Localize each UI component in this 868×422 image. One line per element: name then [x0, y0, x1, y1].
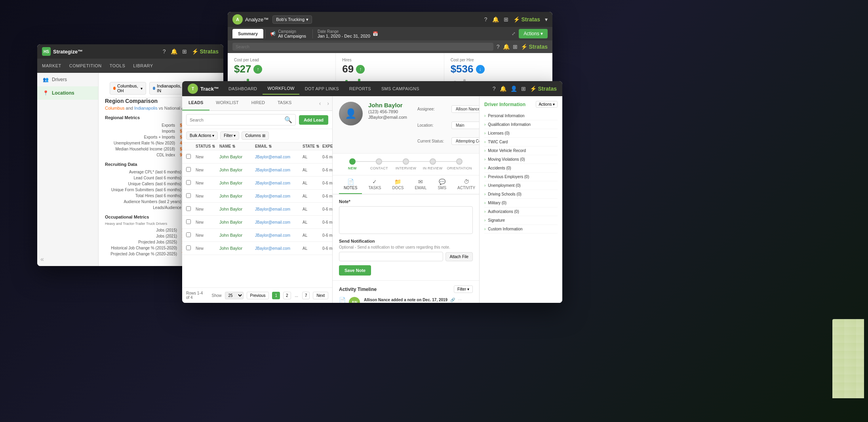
activity-more-icon[interactable]: ⋯: [458, 298, 462, 302]
company-selector[interactable]: Bob's Trucking ▾: [272, 15, 312, 24]
step-orientation[interactable]: ORIENTATION: [446, 158, 473, 170]
list-item[interactable]: New John Baylor JBaylor@email.com AL 0-6…: [182, 177, 332, 190]
attach-file-button[interactable]: Attach File: [445, 252, 473, 261]
row-name[interactable]: John Baylor: [219, 207, 255, 211]
note-textarea[interactable]: [339, 206, 473, 234]
save-note-button[interactable]: Save Note: [339, 265, 371, 276]
list-item[interactable]: New John Baylor JBaylor@email.com AL 0-6…: [182, 163, 332, 177]
nav-market[interactable]: MARKET: [42, 63, 61, 68]
nav-prev-icon[interactable]: ‹: [316, 96, 324, 110]
row-name[interactable]: John Baylor: [219, 167, 255, 172]
driver-info-item[interactable]: › Custom Information: [484, 225, 558, 234]
tab-tasks[interactable]: TASKS: [271, 96, 298, 110]
list-item[interactable]: New John Baylor JBaylor@email.com AL 0-6…: [182, 242, 332, 255]
expand-icon-analyze[interactable]: ⤢: [512, 31, 516, 36]
driver-info-item[interactable]: › Driving Schools (0): [484, 190, 558, 199]
nav-tools[interactable]: TOOLS: [110, 63, 126, 68]
driver-info-item[interactable]: › TWIC Card: [484, 138, 558, 146]
step-interview[interactable]: INTERVIEW: [392, 158, 419, 170]
help-icon[interactable]: ?: [163, 48, 166, 55]
row-checkbox[interactable]: [186, 179, 196, 186]
driver-info-actions-button[interactable]: Actions ▾: [536, 101, 558, 108]
bulk-actions-button[interactable]: Bulk Actions ▾: [186, 131, 218, 140]
activity-link-icon[interactable]: 🔗: [450, 298, 455, 302]
tab-leads[interactable]: LEADS: [182, 96, 209, 110]
row-checkbox[interactable]: [186, 205, 196, 213]
tab-sms[interactable]: 💬 SMS: [433, 175, 451, 194]
row-checkbox[interactable]: [186, 232, 196, 239]
next-page-button[interactable]: Next: [313, 292, 328, 299]
row-checkbox[interactable]: [186, 192, 196, 200]
step-new[interactable]: NEW: [339, 158, 366, 170]
tab-notes[interactable]: 📄 NOTES: [339, 175, 362, 194]
notif-input[interactable]: [339, 252, 443, 261]
step-in review[interactable]: IN REVIEW: [419, 158, 446, 170]
row-checkbox[interactable]: [186, 166, 196, 173]
row-name[interactable]: John Baylor: [219, 181, 255, 185]
help-icon-analyze[interactable]: ?: [484, 16, 487, 23]
nav-next-icon[interactable]: ›: [324, 96, 332, 110]
tab-activity[interactable]: ⏱ ACTIVITY: [453, 175, 479, 194]
summary-tab[interactable]: Summary: [232, 29, 263, 38]
list-item[interactable]: New John Baylor JBaylor@email.com AL 0-6…: [182, 229, 332, 242]
chevron-down-analyze[interactable]: ▾: [545, 16, 548, 23]
col-email[interactable]: EMAIL ⇅: [255, 144, 303, 148]
page-2[interactable]: 2: [283, 292, 291, 299]
nav-sms[interactable]: SMS CAMPAIGNS: [377, 83, 424, 94]
driver-info-item[interactable]: › Unemployment (0): [484, 181, 558, 190]
notification-icon-analyze[interactable]: 🔔: [492, 16, 499, 23]
status-select[interactable]: Attempting Contact: [451, 137, 479, 145]
row-checkbox[interactable]: [186, 245, 196, 252]
row-checkbox[interactable]: [186, 153, 196, 160]
driver-info-item[interactable]: › Accidents (0): [484, 164, 558, 173]
row-checkbox[interactable]: [186, 219, 196, 226]
assignee-select[interactable]: Allison Nance: [451, 105, 479, 113]
col-state[interactable]: STATE ⇅: [303, 144, 322, 148]
tab-tasks[interactable]: ✓ TASKS: [364, 175, 386, 194]
sidebar-item-drivers[interactable]: 👥 Drivers: [37, 73, 98, 86]
row-name[interactable]: John Baylor: [219, 220, 255, 224]
list-item[interactable]: New John Baylor JBaylor@email.com AL 0-6…: [182, 216, 332, 229]
nav-dot-app[interactable]: DOT APP LINKS: [300, 83, 344, 94]
activity-filter-button[interactable]: Filter ▾: [454, 285, 473, 293]
grid-icon[interactable]: ⊞: [182, 48, 187, 55]
notification-icon[interactable]: 🔔: [171, 48, 177, 55]
grid-icon-search[interactable]: ⊞: [513, 44, 518, 50]
nav-competition[interactable]: COMPETITION: [69, 63, 102, 68]
show-select[interactable]: 25 50 100: [225, 292, 244, 299]
row-name[interactable]: John Baylor: [219, 233, 255, 238]
city1-chevron[interactable]: [141, 86, 143, 91]
nav-workflow[interactable]: WORKFLOW: [263, 83, 299, 95]
calendar-icon[interactable]: 📅: [373, 31, 378, 36]
col-status[interactable]: STATUS ⇅: [196, 144, 219, 148]
add-lead-button[interactable]: Add Lead: [299, 115, 328, 125]
search-input[interactable]: [190, 118, 283, 122]
bell-icon-search[interactable]: 🔔: [503, 44, 510, 50]
filter-button[interactable]: Filter ▾: [220, 131, 239, 140]
row-name[interactable]: John Baylor: [219, 194, 255, 198]
actions-button-analyze[interactable]: Actions ▾: [519, 29, 548, 38]
driver-info-item[interactable]: › Authorizations (0): [484, 207, 558, 216]
driver-info-item[interactable]: › Signature: [484, 216, 558, 225]
list-item[interactable]: New John Baylor JBaylor@email.com AL 0-6…: [182, 203, 332, 216]
driver-info-item[interactable]: › Qualification Information: [484, 120, 558, 129]
bell-icon-track[interactable]: 🔔: [500, 86, 506, 92]
driver-info-item[interactable]: › Military (0): [484, 199, 558, 207]
nav-library[interactable]: LIBRARY: [133, 63, 153, 68]
tab-email[interactable]: ✉ EMAIL: [410, 175, 431, 194]
prev-page-button[interactable]: Previous: [247, 292, 269, 299]
tab-docs[interactable]: 📁 DOCS: [388, 175, 409, 194]
city1-pill[interactable]: Columbus, OH: [110, 82, 146, 95]
person-icon-track[interactable]: 👤: [510, 86, 517, 92]
grid-icon-analyze[interactable]: ⊞: [504, 16, 508, 23]
analyze-search-input[interactable]: [232, 43, 493, 51]
driver-info-item[interactable]: › Motor Vehicle Record: [484, 146, 558, 155]
nav-dashboard[interactable]: DASHBOARD: [224, 83, 262, 94]
page-7[interactable]: 7: [302, 292, 310, 299]
help-icon-track[interactable]: ?: [493, 86, 496, 92]
grid-icon-track[interactable]: ⊞: [521, 86, 526, 92]
columns-button[interactable]: Columns ⊞: [242, 131, 268, 140]
list-item[interactable]: New John Baylor JBaylor@email.com AL 0-6…: [182, 190, 332, 203]
driver-info-item[interactable]: › Personal Information: [484, 112, 558, 120]
col-name[interactable]: NAME ⇅: [219, 144, 255, 148]
